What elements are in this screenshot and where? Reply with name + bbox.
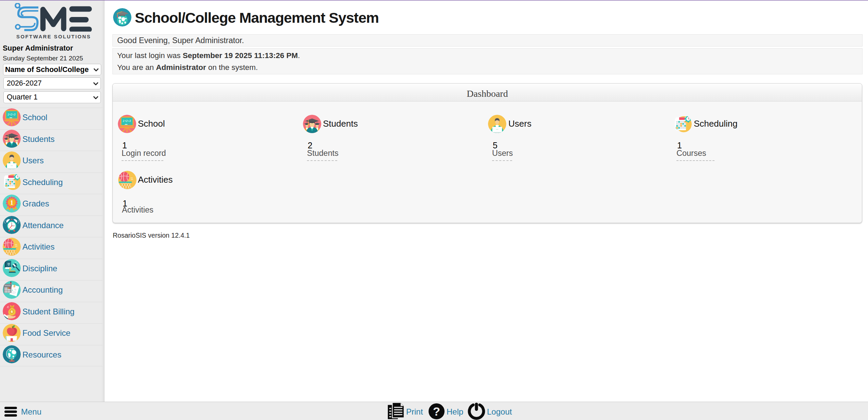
svg-text:?: ? — [433, 405, 440, 418]
